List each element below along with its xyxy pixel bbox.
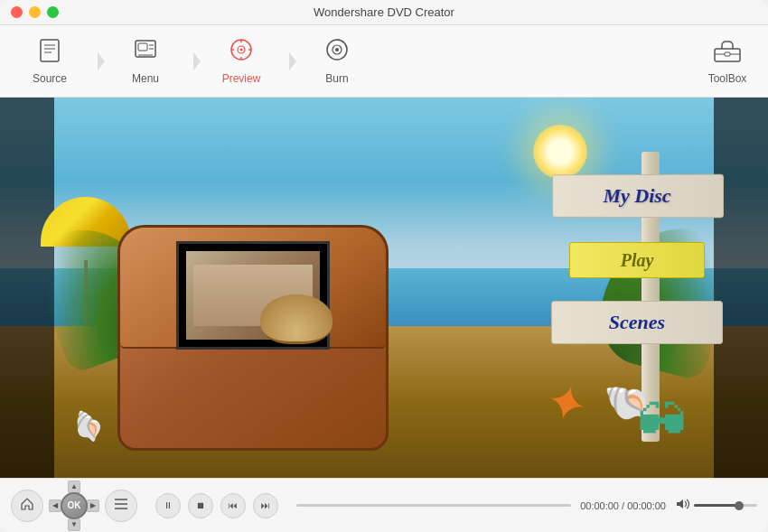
next-icon: ⏭: [261, 500, 270, 510]
nav-right-button[interactable]: ▶: [87, 499, 99, 512]
total-time: 00:00:00: [627, 500, 666, 511]
nav-cluster: ▲ ▼ ◀ ▶ OK: [11, 482, 137, 529]
maximize-button[interactable]: [47, 6, 59, 18]
ok-button[interactable]: OK: [61, 492, 88, 519]
tab-burn[interactable]: Burn: [296, 30, 378, 93]
preview-label: Preview: [222, 72, 261, 85]
toolbar: Source Menu: [0, 25, 768, 98]
sign-mydisc[interactable]: My Disc: [552, 174, 724, 219]
home-button[interactable]: [11, 490, 43, 522]
svg-rect-0: [41, 40, 59, 61]
prev-icon: ⏮: [229, 500, 238, 510]
close-button[interactable]: [11, 6, 23, 18]
bottom-controls: ▲ ▼ ◀ ▶ OK ⏸ ⏹ ⏮ ⏭: [0, 478, 768, 532]
title-bar: Wondershare DVD Creator: [0, 0, 768, 25]
svg-point-18: [335, 48, 339, 51]
time-display: 00:00:00 / 00:00:00: [580, 500, 666, 511]
volume-section: [675, 498, 757, 513]
volume-fill: [694, 504, 738, 507]
tab-menu[interactable]: Menu: [105, 30, 186, 93]
source-label: Source: [33, 72, 67, 85]
window-title: Wondershare DVD Creator: [314, 5, 454, 19]
sign-scenes[interactable]: Scenes: [551, 301, 723, 344]
menu-icon: [133, 37, 158, 69]
toolbox-icon: [713, 38, 742, 69]
svg-point-11: [240, 49, 243, 51]
preview-icon: [229, 37, 254, 69]
nav-left-button[interactable]: ◀: [49, 499, 61, 512]
dvd-menu: 🐚 My Disc Play Scenes ✦ 🐚 🕶: [0, 98, 768, 478]
arrow-sep-3: [282, 30, 296, 93]
sunglasses-decoration: 🕶: [637, 393, 687, 451]
sign-scenes-text: Scenes: [609, 311, 665, 334]
preview-area: 🐚 My Disc Play Scenes ✦ 🐚 🕶: [0, 98, 768, 478]
sun-decoration: [533, 125, 587, 179]
nav-up-button[interactable]: ▲: [68, 481, 80, 493]
volume-slider[interactable]: [694, 504, 757, 507]
pause-icon: ⏸: [164, 500, 173, 510]
arrow-sep-2: [186, 30, 201, 93]
playback-controls: ⏸ ⏹ ⏮ ⏭: [155, 493, 278, 518]
tab-source[interactable]: Source: [9, 30, 90, 93]
minimize-button[interactable]: [29, 6, 41, 18]
nav-arrows: ▲ ▼ ◀ ▶ OK: [51, 482, 98, 529]
volume-knob: [735, 501, 744, 510]
source-icon: [37, 37, 62, 69]
burn-label: Burn: [325, 72, 348, 85]
tab-preview[interactable]: Preview: [201, 30, 282, 93]
suitcase-lid: [120, 228, 386, 349]
stop-icon: ⏹: [196, 500, 205, 510]
svg-rect-5: [138, 43, 147, 51]
menu-button[interactable]: [105, 490, 137, 522]
current-time: 00:00:00: [580, 500, 619, 511]
toolbar-items: Source Menu: [9, 30, 759, 93]
progress-bar[interactable]: [296, 504, 571, 507]
hat-decoration: [260, 294, 332, 344]
progress-section: 00:00:00 / 00:00:00: [296, 500, 666, 511]
svg-rect-21: [725, 52, 730, 56]
sign-play-text: Play: [621, 250, 654, 271]
home-icon: [20, 497, 34, 514]
menu-lines-icon: [114, 498, 128, 513]
menu-label: Menu: [132, 72, 159, 85]
sign-mydisc-text: My Disc: [604, 184, 671, 208]
black-bar-top: [179, 244, 327, 251]
window-controls: [11, 6, 59, 18]
black-bar-left: [179, 244, 186, 347]
nav-down-button[interactable]: ▼: [68, 518, 80, 531]
suitcase-body: [117, 225, 389, 451]
volume-icon: [675, 498, 689, 513]
burn-icon: [324, 37, 350, 69]
prev-button[interactable]: ⏮: [220, 493, 246, 518]
arrow-sep-1: [90, 30, 105, 93]
sign-play[interactable]: Play: [569, 242, 705, 278]
toolbox-label: ToolBox: [708, 72, 747, 85]
stop-button[interactable]: ⏹: [188, 493, 213, 518]
suitcase-decoration: [117, 225, 389, 451]
next-button[interactable]: ⏭: [253, 493, 278, 518]
pause-button[interactable]: ⏸: [155, 493, 181, 518]
toolbox-button[interactable]: ToolBox: [696, 38, 759, 85]
